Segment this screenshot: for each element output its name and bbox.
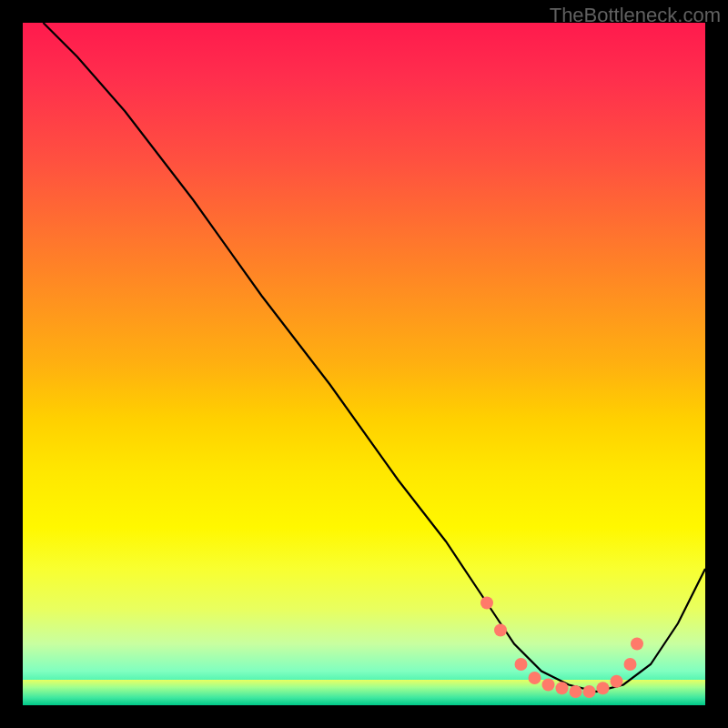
- marker-dot: [631, 638, 643, 651]
- marker-dot: [611, 675, 623, 688]
- marker-dot: [597, 682, 610, 694]
- marker-dot: [494, 624, 507, 637]
- watermark-text: TheBottleneck.com: [550, 4, 721, 27]
- marker-dot: [556, 682, 569, 694]
- chart-plot-area: [23, 23, 705, 705]
- marker-dot: [583, 685, 596, 698]
- chart-svg: [23, 23, 705, 705]
- marker-dot: [624, 658, 637, 671]
- marker-dot: [529, 672, 541, 684]
- bottleneck-curve: [44, 23, 706, 692]
- optimal-zone-dots: [480, 597, 643, 699]
- marker-dot: [480, 597, 493, 610]
- marker-dot: [515, 658, 528, 671]
- marker-dot: [542, 679, 555, 692]
- marker-dot: [570, 685, 582, 698]
